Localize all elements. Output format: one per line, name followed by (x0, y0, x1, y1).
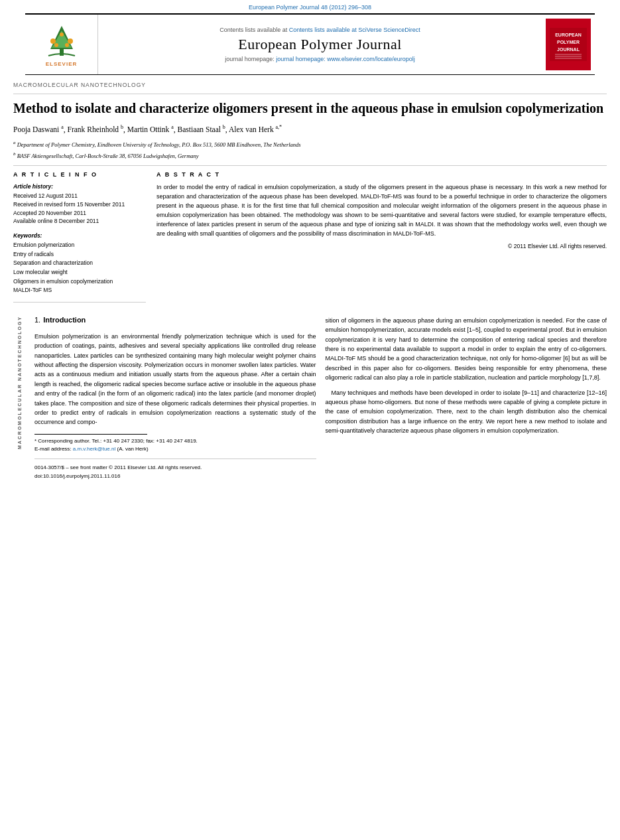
abstract-text: In order to model the entry of radical i… (156, 183, 607, 239)
history-item-1: Received 12 August 2011 (13, 192, 146, 200)
author-1: Pooja Daswani a (13, 125, 64, 133)
footnote-corresponding: * Corresponding author. Tel.: +31 40 247… (34, 437, 316, 445)
article-info-heading: A R T I C L E I N F O (13, 171, 146, 178)
svg-point-7 (65, 43, 69, 47)
elsevier-tree-icon (38, 23, 85, 59)
footnote-tel: * Corresponding author. Tel.: +31 40 247… (34, 438, 198, 444)
article-info-col: A R T I C L E I N F O Article history: R… (13, 171, 146, 308)
sciverse-line: Contents lists available at Contents lis… (219, 27, 420, 33)
keywords-divider (13, 302, 146, 303)
author-5: Alex van Herk a,* (229, 125, 282, 133)
footnote-email-address[interactable]: a.m.v.herk@tue.nl (73, 446, 115, 452)
svg-point-5 (60, 33, 64, 36)
svg-point-6 (54, 43, 58, 47)
authors-line: Pooja Daswani a, Frank Rheinhold b, Mart… (13, 123, 607, 135)
side-label-text: MACROMOLECULAR NANOTECHNOLOGY (17, 316, 22, 449)
affil-1: a Department of Polymer Chemistry, Eindh… (13, 139, 607, 149)
footnote-divider (34, 434, 147, 435)
history-item-2: Received in revised form 15 November 201… (13, 200, 146, 209)
svg-point-4 (68, 38, 73, 44)
side-label-container: MACROMOLECULAR NANOTECHNOLOGY (13, 316, 25, 479)
journal-title: European Polymer Journal (238, 36, 402, 53)
intro-paragraph-3: Many techniques and methods have been de… (326, 388, 607, 436)
footnote-email: E-mail address: a.m.v.herk@tue.nl (A. va… (34, 445, 316, 453)
intro-paragraph-2: sition of oligomers in the aqueous phase… (326, 316, 607, 383)
svg-text:EUROPEAN: EUROPEAN (555, 33, 582, 37)
title-divider (13, 94, 607, 94)
citation-text: European Polymer Journal 48 (2012) 296–3… (249, 4, 371, 11)
keywords-section: Keywords: Emulsion polymerization Entry … (13, 232, 146, 295)
abstract-heading: A B S T R A C T (156, 171, 607, 178)
affiliations: a Department of Polymer Chemistry, Eindh… (13, 139, 607, 160)
footnote-email-suffix: (A. van Herk) (117, 446, 149, 452)
keyword-5: Oligomers in emulsion copolymerization (13, 277, 146, 287)
history-item-4: Available online 8 December 2011 (13, 217, 146, 226)
section-divider (13, 165, 607, 166)
author-2: Frank Rheinhold b (68, 125, 124, 133)
sciverse-link[interactable]: Contents lists available at SciVerse Sci… (289, 27, 420, 33)
history-item-3: Accepted 20 November 2011 (13, 209, 146, 218)
article-info-abstract: A R T I C L E I N F O Article history: R… (13, 171, 607, 308)
main-col-right: sition of oligomers in the aqueous phase… (326, 316, 607, 479)
epj-logo-icon: EUROPEAN POLYMER JOURNAL (550, 28, 587, 61)
author-4: Bastiaan Staal b (178, 125, 225, 133)
elsevier-logo-box: ELSEVIER (25, 15, 98, 74)
intro-paragraph-1: Emulsion polymerization is an environmen… (34, 332, 316, 427)
footnote-email-label: E-mail address: (34, 446, 72, 452)
homepage-link[interactable]: journal homepage: www.elsevier.com/locat… (276, 56, 415, 62)
intro-heading-row: 1. Introduction (34, 316, 316, 328)
journal-center: Contents lists available at Contents lis… (98, 15, 542, 74)
main-content: MACROMOLECULAR NANOTECHNOLOGY 1. Introdu… (13, 316, 607, 479)
journal-homepage: journal homepage: journal homepage: www.… (225, 56, 415, 62)
svg-text:POLYMER: POLYMER (557, 40, 580, 44)
top-citation: European Polymer Journal 48 (2012) 296–3… (0, 0, 620, 13)
article-title: Method to isolate and characterize oligo… (13, 100, 607, 117)
keyword-6: MALDI-ToF MS (13, 286, 146, 295)
intro-number: 1. (34, 316, 40, 324)
keyword-3: Separation and characterization (13, 259, 146, 268)
copyright: © 2011 Elsevier Ltd. All rights reserved… (156, 243, 607, 249)
section-label: Macromolecular Nanotechnology (13, 82, 607, 88)
keyword-4: Low molecular weight (13, 268, 146, 277)
epj-logo: EUROPEAN POLYMER JOURNAL (546, 19, 591, 70)
main-col-left: 1. Introduction Emulsion polymerization … (34, 316, 316, 479)
keyword-2: Entry of radicals (13, 250, 146, 259)
issn-text: 0014-3057/$ – see front matter © 2011 El… (34, 464, 316, 470)
author-3: Martin Ottink a (127, 125, 174, 133)
intro-heading: Introduction (43, 316, 86, 324)
keywords-label: Keywords: (13, 232, 146, 239)
issn-section: 0014-3057/$ – see front matter © 2011 El… (34, 458, 316, 479)
svg-text:JOURNAL: JOURNAL (557, 47, 580, 52)
doi-text: doi:10.1016/j.eurpolymj.2011.11.016 (34, 473, 316, 479)
journal-header: ELSEVIER Contents lists available at Con… (25, 13, 595, 75)
article-body: Macromolecular Nanotechnology Method to … (0, 75, 620, 486)
abstract-col: A B S T R A C T In order to model the en… (156, 171, 607, 308)
keyword-1: Emulsion polymerization (13, 241, 146, 250)
epj-logo-box: EUROPEAN POLYMER JOURNAL (542, 15, 595, 74)
svg-point-3 (50, 38, 56, 44)
elsevier-brand: ELSEVIER (46, 61, 78, 67)
page: European Polymer Journal 48 (2012) 296–3… (0, 0, 620, 840)
history-label: Article history: (13, 183, 146, 190)
two-col-main: 1. Introduction Emulsion polymerization … (34, 316, 607, 479)
affil-2: b BASF Aktiengesellschaft, Carl-Bosch-St… (13, 151, 607, 161)
